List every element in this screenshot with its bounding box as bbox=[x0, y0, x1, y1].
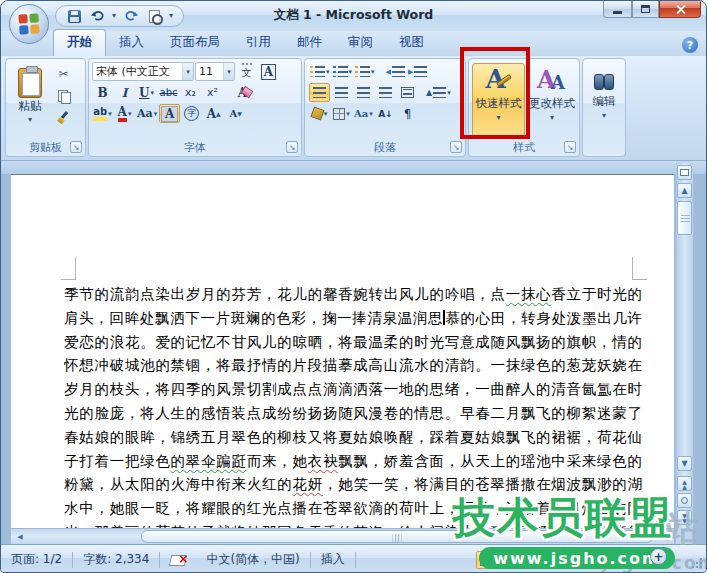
tab-review[interactable]: 审阅 bbox=[335, 30, 386, 56]
italic-button[interactable]: I bbox=[114, 83, 135, 102]
page-indicator[interactable]: 页面: 1/2 bbox=[1, 550, 72, 570]
proofing-status-button[interactable] bbox=[160, 550, 196, 570]
window-resize-grip[interactable] bbox=[691, 557, 703, 569]
superscript-icon: x² bbox=[207, 86, 218, 99]
text-segment: 子打着一把绿色 bbox=[64, 453, 171, 469]
quick-styles-label: 快速样式 bbox=[476, 96, 522, 111]
phonetic-guide-button[interactable]: 文 bbox=[236, 62, 257, 81]
numbering-icon bbox=[333, 66, 348, 77]
clipboard-dialog-launcher[interactable]: ↘ bbox=[70, 141, 82, 153]
change-styles-button[interactable]: A A 更改样式 ▾ bbox=[527, 63, 577, 139]
shading-button[interactable]: ▾ bbox=[309, 104, 330, 123]
tab-page-layout[interactable]: 页面布局 bbox=[157, 30, 233, 56]
strikethrough-button[interactable]: abc bbox=[158, 83, 179, 102]
text-line[interactable]: 光的脸庞，将人生的感悟装点成纷纷扬扬随风漫卷的情思。早春二月飘飞的柳絮迷蒙了 bbox=[64, 402, 642, 426]
quick-styles-button[interactable]: A 快速样式 ▾ bbox=[472, 63, 525, 139]
group-font: 宋体 (中文正文 ▾ 11 ▾ 文 A B I U▾ abc x₂ bbox=[88, 58, 302, 157]
line-spacing-button[interactable]: ▲▾ bbox=[425, 83, 452, 102]
format-painter-button[interactable] bbox=[53, 108, 74, 127]
ruler-toggle-button[interactable] bbox=[677, 165, 692, 180]
editing-button[interactable]: 编辑 ▾ bbox=[585, 63, 623, 139]
change-styles-label: 更改样式 bbox=[529, 96, 575, 111]
font-size-combo[interactable]: 11 ▾ bbox=[195, 62, 235, 81]
phonetic-guide-icon: 文 bbox=[242, 63, 252, 80]
text-line[interactable]: 春姑娘的眼眸，锦绣五月翠色的柳枝又将夏姑娘唤醒，踩着夏姑娘飘飞的裙裾，荷花仙 bbox=[64, 426, 642, 450]
word-count-indicator[interactable]: 字数: 2,334 bbox=[73, 550, 159, 570]
text-line[interactable]: 怀想冲破城池的禁锢，将最抒情的片段描摹成高山流水的清韵。一抹绿色的葱茏妖娆在 bbox=[64, 354, 642, 378]
tab-references[interactable]: 引用 bbox=[233, 30, 284, 56]
numbering-button[interactable]: ▾ bbox=[332, 62, 354, 81]
document-page[interactable]: 季节的流韵点染出岁月的芬芳，花儿的馨香婉转出风儿的吟唱，点一抹心香立于时光的肩头… bbox=[11, 174, 674, 528]
copy-button[interactable] bbox=[53, 86, 74, 105]
office-button[interactable] bbox=[9, 4, 49, 44]
insert-mode-indicator[interactable]: 插入 bbox=[311, 550, 355, 570]
scroll-down-button[interactable]: ▼ bbox=[677, 456, 692, 471]
browse-object-icon bbox=[681, 497, 688, 504]
crop-mark-top-right bbox=[632, 257, 647, 280]
tab-insert[interactable]: 插入 bbox=[106, 30, 157, 56]
zoom-in-button[interactable]: + bbox=[650, 548, 667, 565]
align-left-button[interactable] bbox=[309, 83, 330, 102]
enclose-characters-button[interactable]: 字 bbox=[181, 104, 202, 123]
show-hide-marks-button[interactable]: ¶ bbox=[397, 104, 418, 123]
font-name-combo[interactable]: 宋体 (中文正文 ▾ bbox=[92, 62, 194, 81]
tab-view[interactable]: 视图 bbox=[386, 30, 437, 56]
maximize-button[interactable] bbox=[632, 1, 659, 18]
text-line[interactable]: 爱恋的浪花。爱的记忆不甘风儿的晾晒，将最温柔的时光写意成随风飘扬的旗帜，情的 bbox=[64, 331, 642, 355]
underline-button[interactable]: U▾ bbox=[136, 83, 157, 102]
character-border-button[interactable]: A bbox=[258, 62, 279, 81]
scroll-left-button[interactable]: ◀ bbox=[13, 530, 27, 543]
previous-page-button[interactable]: ▲▲ bbox=[677, 476, 692, 491]
quick-styles-dropdown-arrow: ▾ bbox=[496, 113, 500, 122]
vertical-scrollbar: ▲ ▼ ▲▲ ▼▼ bbox=[676, 163, 693, 544]
text-highlight-button[interactable]: ab▾ bbox=[92, 104, 113, 123]
font-color-button[interactable]: A▾ bbox=[114, 104, 135, 123]
paragraph-dialog-launcher[interactable]: ↘ bbox=[450, 141, 462, 153]
distribute-icon bbox=[401, 87, 414, 98]
text-line[interactable]: 季节的流韵点染出岁月的芬芳，花儿的馨香婉转出风儿的吟唱，点一抹心香立于时光的 bbox=[64, 283, 642, 307]
text-line[interactable]: 子打着一把绿色的翠伞蹁跹而来，她衣袂飘飘，娇羞含面，从天上的瑶池中采来绿色的 bbox=[64, 450, 642, 474]
bold-button[interactable]: B bbox=[92, 83, 113, 102]
bullets-icon bbox=[310, 66, 325, 77]
asian-layout-button[interactable]: Aa▾ bbox=[353, 104, 374, 123]
borders-button[interactable]: ▾ bbox=[331, 104, 352, 123]
text-segment: 飘飘，娇羞含面，从天上的瑶池中采来绿色的 bbox=[338, 453, 642, 469]
tab-mailings[interactable]: 邮件 bbox=[284, 30, 335, 56]
justify-button[interactable] bbox=[375, 83, 396, 102]
text-line[interactable]: 肩头，回眸处飘洒下一片斑斓的色彩，掬一捧清泉温润思慕的心田，转身处泼墨出几许 bbox=[64, 307, 642, 331]
tab-home[interactable]: 开始 bbox=[53, 29, 106, 56]
minimize-button[interactable] bbox=[603, 1, 632, 18]
styles-dialog-launcher[interactable]: ↘ bbox=[564, 141, 576, 153]
align-center-button[interactable] bbox=[331, 83, 352, 102]
character-shading-button[interactable]: A bbox=[159, 104, 180, 123]
character-shading-icon: A bbox=[161, 106, 178, 122]
increase-indent-button[interactable]: ▶ bbox=[407, 62, 428, 81]
cut-button[interactable]: ✂ bbox=[53, 64, 74, 83]
shading-icon bbox=[310, 106, 324, 120]
shrink-font-arrow: ▼ bbox=[237, 110, 242, 117]
sort-button[interactable]: A↓ bbox=[375, 104, 396, 123]
underline-dropdown-arrow: ▾ bbox=[150, 89, 154, 97]
multilevel-list-button[interactable]: ▾ bbox=[354, 62, 376, 81]
help-button[interactable]: ? bbox=[682, 37, 698, 53]
decrease-indent-button[interactable]: ◀ bbox=[385, 62, 406, 81]
paste-button[interactable]: 粘贴 ▾ bbox=[10, 63, 50, 139]
superscript-button[interactable]: x² bbox=[202, 83, 223, 102]
ruler-icon bbox=[680, 169, 689, 176]
align-right-button[interactable] bbox=[353, 83, 374, 102]
font-dialog-launcher[interactable]: ↘ bbox=[286, 141, 298, 153]
text-segment: 怀想冲破城池的禁锢，将最抒情的片段描摹成高山流水的清韵。一抹绿色的葱茏妖娆在 bbox=[64, 357, 642, 373]
close-button[interactable] bbox=[659, 1, 701, 18]
grow-font-button[interactable]: A▲ bbox=[203, 104, 224, 123]
subscript-button[interactable]: x₂ bbox=[180, 83, 201, 102]
language-indicator[interactable]: 中文(简体，中国) bbox=[196, 550, 309, 570]
vertical-scroll-thumb[interactable] bbox=[677, 201, 692, 235]
shrink-font-button[interactable]: A▼ bbox=[225, 104, 246, 123]
bullets-button[interactable]: ▾ bbox=[309, 62, 331, 81]
text-line[interactable]: 岁月的枝头，将四季的风景切割成点点滴滴洒落一地的思绪，一曲醉人的清音氤氲在时 bbox=[64, 378, 642, 402]
clear-formatting-button[interactable]: A bbox=[232, 83, 253, 102]
font-size-value: 11 bbox=[199, 65, 213, 78]
distribute-button[interactable] bbox=[397, 83, 418, 102]
change-case-button[interactable]: Aa▾ bbox=[136, 104, 158, 123]
scroll-up-button[interactable]: ▲ bbox=[677, 183, 692, 198]
